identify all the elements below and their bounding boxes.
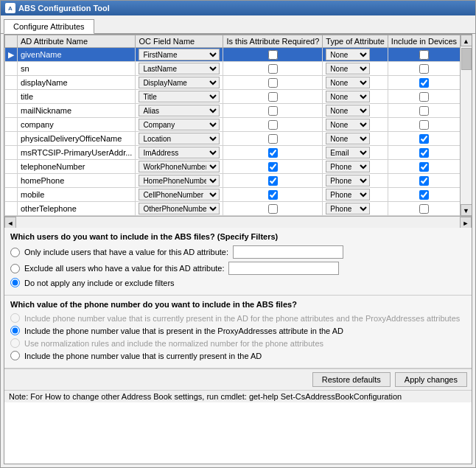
oc-field-cell[interactable]: FirstNameLastNameDisplayNameTitleAliasCo… — [136, 160, 223, 174]
filter-exclude-input[interactable] — [228, 262, 339, 275]
type-cell[interactable]: NoneEmailPhone — [323, 48, 388, 62]
devices-cell[interactable] — [388, 146, 460, 160]
table-row[interactable]: mailNicknameFirstNameLastNameDisplayName… — [5, 104, 461, 118]
table-row[interactable]: ▶givenNameFirstNameLastNameDisplayNameTi… — [5, 48, 461, 62]
type-cell[interactable]: NoneEmailPhone — [323, 118, 388, 132]
required-cell[interactable] — [223, 104, 323, 118]
filter-exclude-radio[interactable] — [10, 264, 20, 273]
ad-attr-cell: homePhone — [18, 174, 136, 188]
col-ad-attr: AD Attribute Name — [18, 35, 136, 48]
devices-cell[interactable] — [388, 160, 460, 174]
oc-field-cell[interactable]: FirstNameLastNameDisplayNameTitleAliasCo… — [136, 118, 223, 132]
required-cell[interactable] — [223, 62, 323, 76]
table-row[interactable]: companyFirstNameLastNameDisplayNameTitle… — [5, 118, 461, 132]
table-row[interactable]: titleFirstNameLastNameDisplayNameTitleAl… — [5, 90, 461, 104]
required-cell[interactable] — [223, 188, 323, 202]
devices-cell[interactable] — [388, 118, 460, 132]
required-cell[interactable] — [223, 90, 323, 104]
col-type: Type of Attribute — [323, 35, 388, 48]
phone-current-radio[interactable] — [10, 351, 20, 360]
table-row[interactable]: mobileFirstNameLastNameDisplayNameTitleA… — [5, 188, 461, 202]
filter-none-radio[interactable] — [10, 278, 20, 287]
ad-attr-cell: otherTelephone — [18, 202, 136, 216]
oc-field-cell[interactable]: FirstNameLastNameDisplayNameTitleAliasCo… — [136, 174, 223, 188]
devices-cell[interactable] — [388, 48, 460, 62]
oc-field-cell[interactable]: FirstNameLastNameDisplayNameTitleAliasCo… — [136, 62, 223, 76]
type-cell[interactable]: NoneEmailPhone — [323, 160, 388, 174]
scroll-down-arrow[interactable]: ▼ — [461, 204, 472, 216]
filter-exclude-row: Exclude all users who have a value for t… — [10, 262, 466, 275]
phone-proxy-radio[interactable] — [10, 326, 20, 335]
row-arrow — [5, 188, 18, 202]
table-row[interactable]: telephoneNumberFirstNameLastNameDisplayN… — [5, 160, 461, 174]
ad-attr-cell: title — [18, 90, 136, 104]
col-arrow — [5, 35, 18, 48]
devices-cell[interactable] — [388, 202, 460, 216]
type-cell[interactable]: NoneEmailPhone — [323, 174, 388, 188]
table-row[interactable]: physicalDeliveryOfficeNameFirstNameLastN… — [5, 132, 461, 146]
devices-cell[interactable] — [388, 90, 460, 104]
type-cell[interactable]: NoneEmailPhone — [323, 76, 388, 90]
table-scrollbar[interactable]: ▲ ▼ — [460, 35, 472, 216]
type-cell[interactable]: NoneEmailPhone — [323, 62, 388, 76]
restore-defaults-button[interactable]: Restore defaults — [312, 372, 391, 387]
apply-changes-button[interactable]: Apply changes — [395, 372, 467, 387]
table-row[interactable]: displayNameFirstNameLastNameDisplayNameT… — [5, 76, 461, 90]
required-cell[interactable] — [223, 202, 323, 216]
oc-field-cell[interactable]: FirstNameLastNameDisplayNameTitleAliasCo… — [136, 76, 223, 90]
oc-field-cell[interactable]: FirstNameLastNameDisplayNameTitleAliasCo… — [136, 202, 223, 216]
filter-include-input[interactable] — [233, 245, 343, 259]
filter-include-radio[interactable] — [10, 248, 20, 257]
type-cell[interactable]: NoneEmailPhone — [323, 188, 388, 202]
ad-attr-cell: mailNickname — [18, 104, 136, 118]
hz-scroll-left[interactable]: ◄ — [4, 217, 16, 228]
row-arrow — [5, 174, 18, 188]
required-cell[interactable] — [223, 118, 323, 132]
required-cell[interactable] — [223, 174, 323, 188]
oc-field-cell[interactable]: FirstNameLastNameDisplayNameTitleAliasCo… — [136, 104, 223, 118]
row-arrow — [5, 62, 18, 76]
devices-cell[interactable] — [388, 174, 460, 188]
type-cell[interactable]: NoneEmailPhone — [323, 132, 388, 146]
phone-ad-radio — [10, 313, 20, 323]
table-row[interactable]: snFirstNameLastNameDisplayNameTitleAlias… — [5, 62, 461, 76]
table-row[interactable]: otherTelephoneFirstNameLastNameDisplayNa… — [5, 202, 461, 216]
required-cell[interactable] — [223, 160, 323, 174]
col-devices: Include in Devices — [388, 35, 460, 48]
phone-current-row: Include the phone number value that is c… — [10, 351, 466, 360]
devices-cell[interactable] — [388, 62, 460, 76]
oc-field-cell[interactable]: FirstNameLastNameDisplayNameTitleAliasCo… — [136, 146, 223, 160]
oc-field-cell[interactable]: FirstNameLastNameDisplayNameTitleAliasCo… — [136, 48, 223, 62]
app-icon: A — [5, 3, 15, 13]
ad-attr-cell: company — [18, 118, 136, 132]
scroll-up-arrow[interactable]: ▲ — [461, 35, 472, 46]
phone-section: Which value of the phone number do you w… — [4, 296, 472, 369]
row-arrow — [5, 132, 18, 146]
oc-field-cell[interactable]: FirstNameLastNameDisplayNameTitleAliasCo… — [136, 90, 223, 104]
type-cell[interactable]: NoneEmailPhone — [323, 90, 388, 104]
table-row[interactable]: msRTCSIP-PrimaryUserAddr...FirstNameLast… — [5, 146, 461, 160]
scroll-thumb[interactable] — [461, 48, 472, 70]
oc-field-cell[interactable]: FirstNameLastNameDisplayNameTitleAliasCo… — [136, 188, 223, 202]
devices-cell[interactable] — [388, 104, 460, 118]
required-cell[interactable] — [223, 48, 323, 62]
row-arrow — [5, 146, 18, 160]
col-required: Is this Attribute Required? — [223, 35, 323, 48]
type-cell[interactable]: NoneEmailPhone — [323, 202, 388, 216]
oc-field-cell[interactable]: FirstNameLastNameDisplayNameTitleAliasCo… — [136, 132, 223, 146]
row-arrow: ▶ — [5, 48, 18, 62]
table-row[interactable]: homePhoneFirstNameLastNameDisplayNameTit… — [5, 174, 461, 188]
row-arrow — [5, 90, 18, 104]
hz-scroll-right[interactable]: ► — [460, 217, 472, 228]
required-cell[interactable] — [223, 76, 323, 90]
required-cell[interactable] — [223, 132, 323, 146]
phone-norm-label: Use normalization rules and include the … — [24, 339, 323, 348]
required-cell[interactable] — [223, 146, 323, 160]
devices-cell[interactable] — [388, 132, 460, 146]
devices-cell[interactable] — [388, 76, 460, 90]
type-cell[interactable]: NoneEmailPhone — [323, 104, 388, 118]
type-cell[interactable]: NoneEmailPhone — [323, 146, 388, 160]
devices-cell[interactable] — [388, 188, 460, 202]
table-scroll-area[interactable]: AD Attribute Name OC Field Name Is this … — [4, 35, 460, 216]
tab-configure-attributes[interactable]: Configure Attributes — [4, 19, 94, 34]
